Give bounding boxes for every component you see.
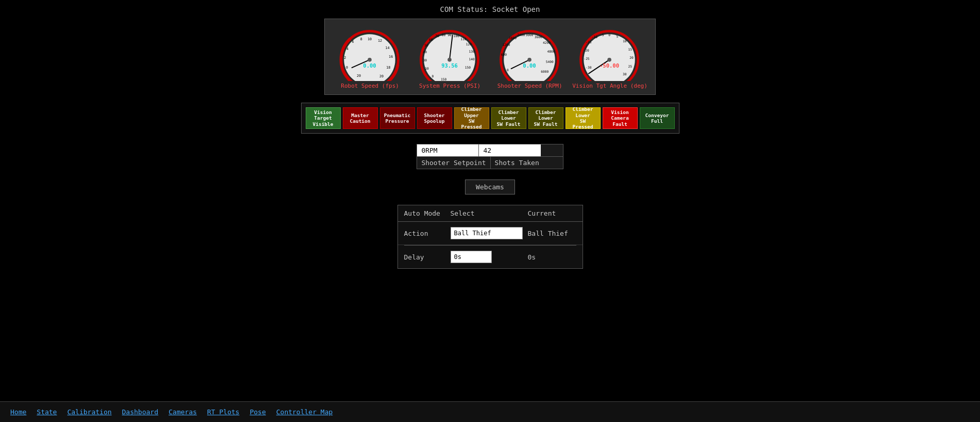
auto-mode-title: Auto Mode xyxy=(404,209,451,217)
shots-taken-label: Shots Taken xyxy=(491,157,563,169)
system-press-gauge: 90 100 110 120 130 140 150 80 70 60 50 4… xyxy=(412,24,487,89)
svg-text:4200: 4200 xyxy=(543,41,551,44)
svg-text:600: 600 xyxy=(501,53,507,56)
delay-label: Delay xyxy=(404,253,451,261)
svg-text:80: 80 xyxy=(442,33,446,37)
system-press-label: System Press (PSI) xyxy=(419,83,480,89)
action-current: Ball Thief xyxy=(528,230,579,237)
svg-text:130: 130 xyxy=(469,50,475,53)
action-row: Action Ball Thief Do Nothing Drive Forwa… xyxy=(398,222,583,245)
bottom-nav: Home State Calibration Dashboard Cameras… xyxy=(0,401,980,422)
gauges-container: 10 12 14 16 18 20 8 6 4 2 0 20 0.00 Robo… xyxy=(324,19,656,95)
delay-current: 0s xyxy=(528,253,579,261)
nav-dashboard[interactable]: Dashboard xyxy=(122,408,158,416)
svg-text:150: 150 xyxy=(465,66,471,69)
svg-text:120: 120 xyxy=(466,42,472,46)
system-press-svg: 90 100 110 120 130 140 150 80 70 60 50 4… xyxy=(412,24,487,81)
svg-text:-15: -15 xyxy=(586,40,592,44)
svg-text:25: 25 xyxy=(628,64,633,68)
nav-pose[interactable]: Pose xyxy=(250,408,265,416)
svg-text:3000: 3000 xyxy=(526,33,534,37)
svg-text:0.00: 0.00 xyxy=(523,62,536,69)
svg-text:1800: 1800 xyxy=(509,36,517,40)
nav-calibration[interactable]: Calibration xyxy=(67,408,111,416)
delay-row: Delay 0s 1s 2s 3s 5s 0s xyxy=(398,246,583,268)
svg-text:0: 0 xyxy=(346,66,348,70)
svg-text:20: 20 xyxy=(379,74,384,78)
svg-text:100: 100 xyxy=(454,34,459,38)
nav-controller-map[interactable]: Controller Map xyxy=(276,408,333,416)
data-fields: 0RPM 42 Shooter Setpoint Shots Taken xyxy=(417,144,563,169)
svg-text:20: 20 xyxy=(630,56,634,59)
status-boxes-container: VisionTargetVisible MasterCaution Pneuma… xyxy=(301,103,679,134)
svg-text:10: 10 xyxy=(368,37,372,41)
nav-rt-plots[interactable]: RT Plots xyxy=(207,408,240,416)
svg-text:18: 18 xyxy=(386,66,390,70)
svg-text:1200: 1200 xyxy=(503,43,510,46)
nav-home[interactable]: Home xyxy=(10,408,26,416)
svg-text:-10: -10 xyxy=(592,35,597,39)
delay-select[interactable]: 0s 1s 2s 3s 5s xyxy=(451,251,492,263)
auto-mode-select-header: Select xyxy=(451,209,528,217)
svg-text:-30: -30 xyxy=(586,66,592,69)
svg-text:60: 60 xyxy=(429,38,433,41)
status-box-2: PneumaticPressure xyxy=(380,107,415,129)
svg-text:0: 0 xyxy=(609,33,611,37)
status-box-3: ShooterSpoolup xyxy=(417,107,452,129)
svg-point-53 xyxy=(527,58,531,62)
svg-text:140: 140 xyxy=(469,57,475,61)
svg-text:5400: 5400 xyxy=(546,60,554,63)
auto-mode-current-header: Current xyxy=(528,209,579,217)
auto-mode-table: Auto Mode Select Current Action Ball Thi… xyxy=(397,205,583,269)
status-box-4: ClimberUpperSWPressed xyxy=(454,107,489,129)
status-box-9: ConveyorFull xyxy=(640,107,675,129)
shooter-speed-svg: 3000 3600 4200 4800 5400 6000 2400 1800 … xyxy=(492,24,567,81)
action-select[interactable]: Ball Thief Do Nothing Drive Forward xyxy=(451,227,523,239)
svg-text:-50.00: -50.00 xyxy=(600,62,620,69)
svg-text:3600: 3600 xyxy=(535,35,542,39)
svg-point-37 xyxy=(447,58,452,62)
svg-text:0: 0 xyxy=(507,68,509,72)
action-label: Action xyxy=(404,230,451,237)
svg-text:90: 90 xyxy=(447,33,452,37)
shooter-speed-gauge: 3000 3600 4200 4800 5400 6000 2400 1800 … xyxy=(492,24,567,89)
status-box-6: ClimberLowerSW Fault xyxy=(528,107,563,129)
data-row-1: 0RPM 42 xyxy=(417,144,562,157)
svg-text:-20: -20 xyxy=(584,48,589,52)
robot-speed-label: Robot Speed (fps) xyxy=(341,83,399,89)
svg-text:110: 110 xyxy=(460,37,466,41)
robot-speed-gauge: 10 12 14 16 18 20 8 6 4 2 0 20 0.00 Robo… xyxy=(333,24,407,89)
svg-text:2400: 2400 xyxy=(517,33,525,37)
svg-text:8: 8 xyxy=(360,37,362,41)
svg-text:-5: -5 xyxy=(600,33,604,37)
svg-text:12: 12 xyxy=(378,39,382,43)
svg-text:30: 30 xyxy=(423,58,427,62)
svg-text:5: 5 xyxy=(617,35,619,38)
data-row-2: Shooter Setpoint Shots Taken xyxy=(417,157,562,169)
svg-text:-25: -25 xyxy=(584,57,590,60)
svg-text:150: 150 xyxy=(441,77,446,81)
svg-text:0.00: 0.00 xyxy=(363,62,376,69)
status-box-0: VisionTargetVisible xyxy=(306,107,341,129)
svg-text:4: 4 xyxy=(346,47,348,51)
shots-taken-value: 42 xyxy=(479,144,541,156)
svg-point-71 xyxy=(608,58,612,62)
action-select-wrapper: Ball Thief Do Nothing Drive Forward xyxy=(451,227,528,239)
svg-text:6000: 6000 xyxy=(541,70,549,73)
status-box-5: ClimberLowerSW Fault xyxy=(491,107,526,129)
nav-cameras[interactable]: Cameras xyxy=(169,408,197,416)
nav-state[interactable]: State xyxy=(37,408,57,416)
delay-select-wrapper: 0s 1s 2s 3s 5s xyxy=(451,251,528,263)
status-box-1: MasterCaution xyxy=(343,107,378,129)
svg-text:0: 0 xyxy=(432,74,434,78)
svg-text:2: 2 xyxy=(344,56,346,60)
svg-text:70: 70 xyxy=(436,34,440,38)
svg-text:20: 20 xyxy=(357,74,361,78)
svg-text:4800: 4800 xyxy=(547,50,555,53)
svg-text:6: 6 xyxy=(352,40,354,44)
svg-text:50: 50 xyxy=(424,43,428,47)
svg-text:14: 14 xyxy=(386,46,390,50)
svg-point-16 xyxy=(368,58,372,62)
shooter-rpm-value: 0RPM xyxy=(417,144,479,156)
webcams-button[interactable]: Webcams xyxy=(465,180,515,194)
